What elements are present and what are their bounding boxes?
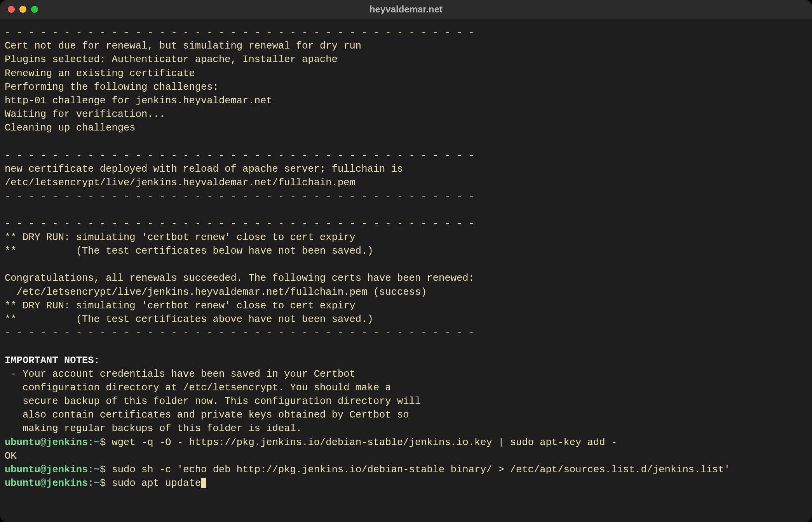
output-line: ** DRY RUN: simulating 'certbot renew' c… xyxy=(5,300,355,311)
output-line: configuration directory at /etc/letsencr… xyxy=(5,382,391,393)
output-line: Performing the following challenges: xyxy=(5,82,219,93)
prompt-user: ubuntu@jenkins xyxy=(5,478,88,489)
output-line: Waiting for verification... xyxy=(5,109,165,120)
minimize-icon[interactable] xyxy=(19,6,26,13)
output-line: Cert not due for renewal, but simulating… xyxy=(5,40,361,52)
traffic-lights xyxy=(8,6,38,13)
output-line: ** (The test certificates above have not… xyxy=(5,314,373,325)
prompt-colon: : xyxy=(88,437,94,448)
prompt-path: ~ xyxy=(94,464,100,475)
prompt-colon: : xyxy=(88,478,94,489)
output-line: ** (The test certificates below have not… xyxy=(5,245,373,257)
output-line: Cleaning up challenges xyxy=(5,122,136,134)
output-line: Plugins selected: Authenticator apache, … xyxy=(5,54,338,65)
output-line: - - - - - - - - - - - - - - - - - - - - … xyxy=(5,191,474,202)
output-line: http-01 challenge for jenkins.heyvaldema… xyxy=(5,95,272,106)
output-line: secure backup of this folder now. This c… xyxy=(5,396,421,407)
output-line: - - - - - - - - - - - - - - - - - - - - … xyxy=(5,218,474,230)
output-line: - Your account credentials have been sav… xyxy=(5,369,355,380)
output-line: also contain certificates and private ke… xyxy=(5,409,409,421)
output-line: - - - - - - - - - - - - - - - - - - - - … xyxy=(5,27,474,38)
output-line: new certificate deployed with reload of … xyxy=(5,164,403,175)
output-line: OK xyxy=(5,451,17,462)
output-line: - - - - - - - - - - - - - - - - - - - - … xyxy=(5,327,474,339)
notes-heading: IMPORTANT NOTES: xyxy=(5,355,100,366)
output-line: /etc/letsencrypt/live/jenkins.heyvaldema… xyxy=(5,177,355,188)
window-title: heyvaldemar.net xyxy=(0,4,812,15)
output-line: /etc/letsencrypt/live/jenkins.heyvaldema… xyxy=(5,287,427,298)
output-line: - - - - - - - - - - - - - - - - - - - - … xyxy=(5,150,474,161)
command-text: sudo apt update xyxy=(112,478,201,489)
terminal-body[interactable]: - - - - - - - - - - - - - - - - - - - - … xyxy=(0,19,812,522)
prompt-user: ubuntu@jenkins xyxy=(5,464,88,475)
titlebar[interactable]: heyvaldemar.net xyxy=(0,0,812,19)
output-line: Congratulations, all renewals succeeded.… xyxy=(5,273,474,284)
command-text: wget -q -O - https://pkg.jenkins.io/debi… xyxy=(112,437,617,448)
prompt-symbol: $ xyxy=(100,478,112,489)
prompt-path: ~ xyxy=(94,437,100,448)
output-line: Renewing an existing certificate xyxy=(5,68,195,79)
prompt-symbol: $ xyxy=(100,464,112,475)
prompt-colon: : xyxy=(88,464,94,475)
output-line: making regular backups of this folder is… xyxy=(5,423,302,434)
cursor-icon xyxy=(201,478,206,488)
zoom-icon[interactable] xyxy=(31,6,38,13)
terminal-window: heyvaldemar.net - - - - - - - - - - - - … xyxy=(0,0,812,522)
close-icon[interactable] xyxy=(8,6,15,13)
prompt-symbol: $ xyxy=(100,437,112,448)
prompt-user: ubuntu@jenkins xyxy=(5,437,88,448)
output-line: ** DRY RUN: simulating 'certbot renew' c… xyxy=(5,232,355,243)
prompt-path: ~ xyxy=(94,478,100,489)
command-text: sudo sh -c 'echo deb http://pkg.jenkins.… xyxy=(112,464,730,475)
